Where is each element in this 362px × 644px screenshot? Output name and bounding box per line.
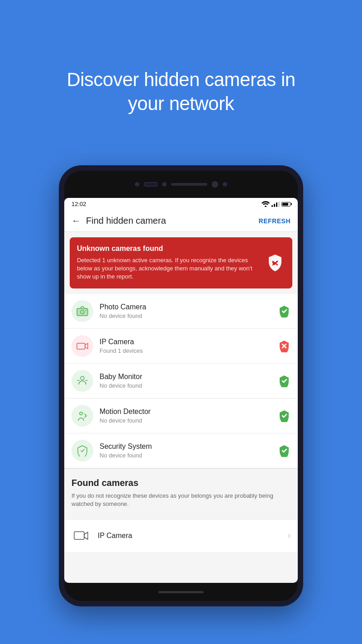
alert-title: Unknown cameras found: [77, 245, 260, 253]
signal-icon: [272, 202, 280, 207]
phone-mockup: 12:02: [59, 165, 303, 606]
ip-camera-icon-wrap: [71, 335, 93, 357]
found-cameras-description: If you do not recognize these devices as…: [71, 492, 291, 508]
photo-camera-info: Photo Camera No device found: [100, 303, 278, 319]
motion-detector-info: Motion Detector No device found: [100, 408, 278, 424]
phone-notch: [64, 171, 298, 198]
found-item-chevron: ›: [288, 531, 291, 540]
status-bar: 12:02: [64, 198, 298, 210]
svg-rect-3: [77, 308, 88, 316]
security-system-info: Security System No device found: [100, 442, 278, 459]
device-item-motion-detector[interactable]: Motion Detector No device found: [64, 399, 298, 433]
back-button[interactable]: ←: [71, 216, 81, 226]
baby-monitor-info: Baby Monitor No device found: [100, 373, 278, 389]
phone-screen: 12:02: [64, 198, 298, 583]
security-system-icon-wrap: [71, 440, 93, 461]
security-system-name: Security System: [100, 442, 278, 451]
motion-detector-status-icon: [278, 409, 291, 422]
baby-monitor-icon-wrap: [71, 370, 93, 392]
hero-section: Discover hidden cameras in your network: [0, 0, 362, 165]
svg-rect-12: [74, 532, 84, 539]
ip-camera-status: Found 1 devices: [100, 347, 278, 354]
photo-camera-name: Photo Camera: [100, 303, 278, 311]
photo-camera-status-icon: [278, 305, 291, 317]
security-system-status-icon: [278, 444, 291, 457]
status-time: 12:02: [71, 201, 86, 207]
ip-camera-name: IP Camera: [100, 338, 278, 346]
ip-camera-info: IP Camera Found 1 devices: [100, 338, 278, 354]
found-ip-camera-icon: [71, 526, 91, 546]
alert-text: Unknown cameras found Detected 1 unknown…: [77, 245, 260, 281]
found-cameras-title: Found cameras: [71, 478, 291, 488]
baby-monitor-name: Baby Monitor: [100, 373, 278, 381]
svg-point-0: [265, 206, 267, 207]
device-item-security-system[interactable]: Security System No device found: [64, 433, 298, 468]
app-bar: ← Find hidden camera REFRESH: [64, 210, 298, 232]
ip-camera-status-icon: [278, 340, 291, 352]
refresh-button[interactable]: REFRESH: [259, 217, 291, 225]
hero-title: Discover hidden cameras in your network: [36, 32, 326, 143]
motion-detector-icon-wrap: [71, 405, 93, 427]
svg-point-11: [80, 412, 82, 415]
device-list: Photo Camera No device found IP Ca: [64, 294, 298, 468]
baby-monitor-status-icon: [278, 375, 291, 387]
svg-point-6: [86, 309, 86, 310]
found-cameras-section: Found cameras If you do not recognize th…: [64, 468, 298, 514]
device-item-baby-monitor[interactable]: Baby Monitor No device found: [64, 364, 298, 399]
motion-detector-status: No device found: [100, 417, 278, 424]
alert-description: Detected 1 unknown active cameras. If yo…: [77, 256, 260, 281]
found-item-ip-camera[interactable]: IP Camera ›: [64, 519, 298, 552]
photo-camera-status: No device found: [100, 312, 278, 319]
svg-point-10: [81, 376, 84, 380]
motion-detector-name: Motion Detector: [100, 408, 278, 416]
status-icons: [262, 201, 291, 207]
photo-camera-icon-wrap: [71, 300, 93, 322]
device-item-ip-camera[interactable]: IP Camera Found 1 devices: [64, 329, 298, 364]
security-system-status: No device found: [100, 452, 278, 459]
found-ip-camera-label: IP Camera: [98, 532, 288, 540]
wifi-icon: [262, 201, 270, 207]
battery-icon: [281, 202, 291, 207]
svg-rect-7: [77, 343, 85, 349]
baby-monitor-status: No device found: [100, 382, 278, 389]
device-item-photo-camera[interactable]: Photo Camera No device found: [64, 294, 298, 329]
page-title: Find hidden camera: [86, 216, 259, 226]
alert-banner: Unknown cameras found Detected 1 unknown…: [70, 237, 292, 288]
alert-shield-icon: [265, 253, 285, 273]
